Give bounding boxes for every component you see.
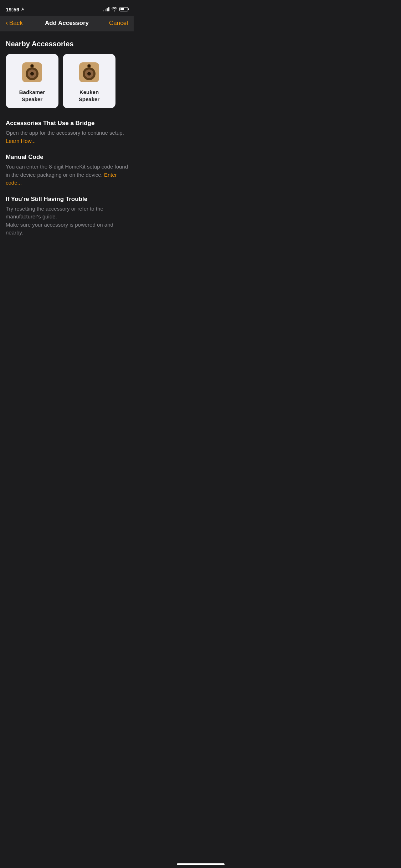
battery-icon [119,7,128,11]
bridge-section: Accessories That Use a Bridge Open the a… [6,120,128,145]
accessory-name-keuken: Keuken Speaker [68,89,110,103]
trouble-text: Try resetting the accessory or refer to … [6,205,128,237]
signal-icon [103,7,109,11]
trouble-line1: Try resetting the accessory or refer to … [6,206,103,220]
cancel-button[interactable]: Cancel [107,20,128,27]
trouble-title: If You're Still Having Trouble [6,196,128,203]
trouble-section: If You're Still Having Trouble Try reset… [6,196,128,237]
accessories-grid: Badkamer Speaker Keuken Speaker [6,54,128,108]
svg-point-4 [30,72,34,76]
svg-point-10 [87,72,91,76]
accessory-name-badkamer: Badkamer Speaker [11,89,53,103]
trouble-line2: Make sure your accessory is powered on a… [6,222,113,236]
chevron-left-icon: ‹ [6,19,8,27]
manual-code-section: Manual Code You can enter the 8-digit Ho… [6,154,128,187]
manual-code-text: You can enter the 8-digit HomeKit setup … [6,163,128,187]
speaker-icon-keuken [76,60,102,85]
bridge-body: Open the app for the accessory to contin… [6,130,124,136]
time-label: 19:59 [6,6,19,12]
bridge-title: Accessories That Use a Bridge [6,120,128,127]
svg-point-6 [31,65,33,67]
learn-how-link[interactable]: Learn How... [6,138,36,144]
nav-bar: ‹ Back Add Accessory Cancel [0,16,134,31]
location-icon [21,7,25,11]
accessory-card-keuken[interactable]: Keuken Speaker [63,54,115,108]
bridge-text: Open the app for the accessory to contin… [6,129,128,145]
nearby-accessories-section: Nearby Accessories Badkamer Speak [6,40,128,108]
back-label: Back [9,20,23,27]
wifi-icon [112,7,117,11]
manual-code-title: Manual Code [6,154,128,161]
nearby-section-title: Nearby Accessories [6,40,128,48]
status-icons [103,7,128,11]
main-content: Nearby Accessories Badkamer Speak [0,31,134,254]
accessory-card-badkamer[interactable]: Badkamer Speaker [6,54,58,108]
svg-point-12 [88,65,90,67]
back-button[interactable]: ‹ Back [6,19,27,27]
status-bar: 19:59 [0,0,134,16]
speaker-icon-badkamer [19,60,45,85]
status-time: 19:59 [6,6,25,12]
svg-marker-0 [21,7,24,11]
page-title: Add Accessory [27,20,107,27]
